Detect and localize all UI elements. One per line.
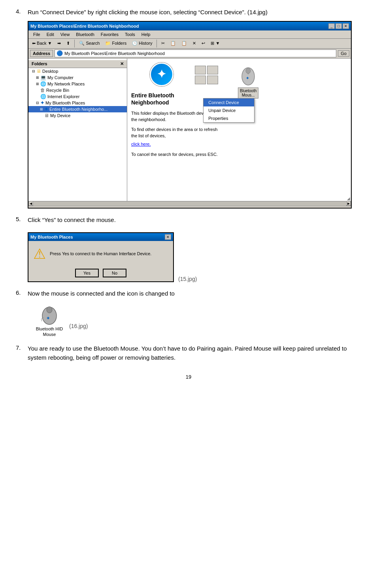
svg-text:✦: ✦ bbox=[46, 316, 50, 321]
context-menu: Connect Device Unpair Device Properties bbox=[203, 98, 254, 123]
tree-item-mydevice[interactable]: 🖥 My Device bbox=[28, 112, 127, 119]
mycomputer-icon: 💻 bbox=[40, 75, 46, 80]
up-button[interactable]: ⬆ bbox=[64, 40, 72, 47]
dialog-body: ⚠ Press Yes to connect to the Human Inte… bbox=[28, 241, 173, 266]
menu-bar: File Edit View Bluetooth Favorites Tools… bbox=[28, 30, 351, 39]
tree-item-mycomputer-label: My Computer bbox=[47, 75, 74, 80]
expand-network[interactable]: ⊞ bbox=[36, 82, 40, 86]
context-menu-properties[interactable]: Properties bbox=[204, 114, 254, 122]
warning-icon: ⚠ bbox=[33, 246, 46, 262]
dialog-titlebar: My Bluetooth Places ✕ bbox=[28, 233, 173, 241]
address-bar: Address 🔵 My Bluetooth Places\Entire Blu… bbox=[28, 49, 351, 59]
menu-tools[interactable]: Tools bbox=[122, 31, 138, 38]
tree-item-neighborhood[interactable]: ⊞ ✦ Entire Bluetooth Neighborho... bbox=[28, 106, 127, 112]
paste-button[interactable]: 📋 bbox=[179, 40, 189, 47]
step-7: 7. You are ready to use the Bluetooth Mo… bbox=[16, 344, 361, 362]
undo-button[interactable]: ↩ bbox=[200, 40, 207, 47]
context-menu-unpair[interactable]: Unpair Device bbox=[204, 106, 254, 114]
menu-help[interactable]: Help bbox=[138, 31, 154, 38]
address-label: Address bbox=[30, 50, 53, 57]
back-button[interactable]: ⬅ Back ▼ bbox=[30, 40, 54, 47]
step-5-content: Click “Yes” to connect the mouse. My Blu… bbox=[28, 216, 361, 283]
dialog-buttons: Yes No bbox=[28, 266, 173, 281]
dialog-caption: (15.jpg) bbox=[178, 276, 197, 282]
minimize-button[interactable]: _ bbox=[328, 23, 335, 29]
tree-item-ie[interactable]: 🌐 Internet Explorer bbox=[28, 93, 127, 100]
tree-item-recycle-label: Recycle Bin bbox=[46, 88, 69, 93]
dialog-close-button[interactable]: ✕ bbox=[165, 234, 171, 240]
tree-item-neighborhood-label: Entire Bluetooth Neighborho... bbox=[49, 107, 107, 112]
step-5-dialog-area: My Bluetooth Places ✕ ⚠ Press Yes to con… bbox=[28, 228, 361, 282]
step-4-text: Run “Connect Device” by right clicking t… bbox=[28, 8, 361, 17]
main-header: ✦ bbox=[131, 63, 218, 88]
menu-file[interactable]: File bbox=[30, 31, 43, 38]
tree-item-btplaces[interactable]: ⊟ ✦ My Bluetooth Places bbox=[28, 100, 127, 106]
context-menu-connect[interactable]: Connect Device bbox=[204, 99, 254, 106]
btplaces-icon: ✦ bbox=[40, 100, 44, 106]
step-5-number: 5. bbox=[16, 216, 28, 283]
menu-bluetooth[interactable]: Bluetooth bbox=[73, 31, 97, 38]
tree-item-network[interactable]: ⊞ 🌐 My Network Places bbox=[28, 81, 127, 87]
explorer-titlebar: My Bluetooth Places\Entire Bluetooth Nei… bbox=[28, 22, 351, 30]
search-button[interactable]: 🔍 Search bbox=[77, 40, 102, 47]
neighborhood-icon: ✦ bbox=[44, 106, 48, 112]
menu-edit[interactable]: Edit bbox=[43, 31, 57, 38]
bluetooth-dialog: My Bluetooth Places ✕ ⚠ Press Yes to con… bbox=[28, 232, 174, 282]
step-7-text: You are ready to use the Bluetooth Mouse… bbox=[28, 344, 361, 362]
cut-button[interactable]: ✂ bbox=[159, 40, 167, 47]
ie-icon: 🌐 bbox=[40, 94, 46, 99]
forward-button[interactable]: ➡ bbox=[55, 40, 63, 47]
expand-desktop[interactable]: ⊟ bbox=[32, 69, 36, 73]
desktop-icon: 🖥 bbox=[36, 68, 41, 74]
address-input[interactable]: 🔵 My Bluetooth Places\Entire Bluetooth N… bbox=[55, 49, 336, 57]
delete-button[interactable]: ✕ bbox=[190, 40, 198, 47]
expand-neighborhood[interactable]: ⊞ bbox=[40, 107, 43, 111]
step-6-number: 6. bbox=[16, 289, 28, 337]
resize-handle[interactable]: ◢ bbox=[346, 196, 351, 201]
step-5-text: Click “Yes” to connect the mouse. bbox=[28, 216, 361, 225]
folders-button[interactable]: 📁 Folders bbox=[103, 40, 128, 47]
bluetooth-large-icon: ✦ bbox=[150, 63, 173, 86]
folder-sq-4 bbox=[207, 76, 218, 84]
yes-button[interactable]: Yes bbox=[75, 269, 99, 277]
page-number: 19 bbox=[16, 374, 361, 380]
folder-icons bbox=[195, 66, 218, 84]
click-here-link[interactable]: click here. bbox=[131, 142, 151, 146]
folder-sq-1 bbox=[195, 66, 206, 74]
step-7-content: You are ready to use the Bluetooth Mouse… bbox=[28, 344, 361, 362]
menu-view[interactable]: View bbox=[57, 31, 73, 38]
bt-hid-icon: ✦ Bluetooth HIDMouse bbox=[36, 302, 63, 338]
status-bar bbox=[28, 206, 351, 208]
tree-item-desktop[interactable]: ⊟ 🖥 Desktop bbox=[28, 68, 127, 74]
no-button[interactable]: No bbox=[103, 269, 126, 277]
expand-mycomputer[interactable]: ⊞ bbox=[36, 76, 40, 80]
menu-favorites[interactable]: Favorites bbox=[98, 31, 122, 38]
dialog-message: Press Yes to connect to the Human Interf… bbox=[50, 251, 168, 257]
recycle-icon: 🗑 bbox=[40, 87, 45, 93]
toolbar: ⬅ Back ▼ ➡ ⬆ 🔍 Search 📁 Folders 🕒 Histor… bbox=[28, 39, 351, 49]
go-button[interactable]: Go bbox=[338, 50, 349, 57]
horizontal-scrollbar[interactable]: ◀ ▶ bbox=[28, 201, 351, 206]
close-button[interactable]: ✕ bbox=[343, 23, 349, 29]
tree-item-ie-label: Internet Explorer bbox=[47, 94, 79, 99]
tree-item-recycle[interactable]: 🗑 Recycle Bin bbox=[28, 87, 127, 93]
toolbar-sep-1 bbox=[74, 40, 75, 47]
views-button[interactable]: ⊞ ▼ bbox=[209, 40, 222, 47]
copy-button[interactable]: 📋 bbox=[168, 40, 178, 47]
scroll-left-button[interactable]: ◀ bbox=[28, 201, 33, 206]
history-button[interactable]: 🕒 History bbox=[130, 40, 154, 47]
bt-hid-mouse-svg: ✦ bbox=[40, 302, 59, 325]
svg-point-6 bbox=[47, 307, 52, 313]
svg-text:✦: ✦ bbox=[246, 76, 249, 80]
scroll-thumb[interactable] bbox=[34, 201, 346, 205]
expand-btplaces[interactable]: ⊟ bbox=[36, 101, 40, 105]
scroll-right-button[interactable]: ▶ bbox=[346, 201, 351, 206]
sidebar-close-button[interactable]: ✕ bbox=[120, 61, 124, 66]
tree-item-mycomputer[interactable]: ⊞ 💻 My Computer bbox=[28, 74, 127, 81]
explorer-window: My Bluetooth Places\Entire Bluetooth Nei… bbox=[28, 21, 352, 209]
step-5: 5. Click “Yes” to connect the mouse. My … bbox=[16, 216, 361, 283]
folder-sq-2 bbox=[207, 66, 218, 74]
device-label: BluetoothMous... bbox=[238, 87, 258, 99]
step-6-content: Now the mouse is connected and the icon … bbox=[28, 289, 361, 337]
maximize-button[interactable]: □ bbox=[336, 23, 342, 29]
